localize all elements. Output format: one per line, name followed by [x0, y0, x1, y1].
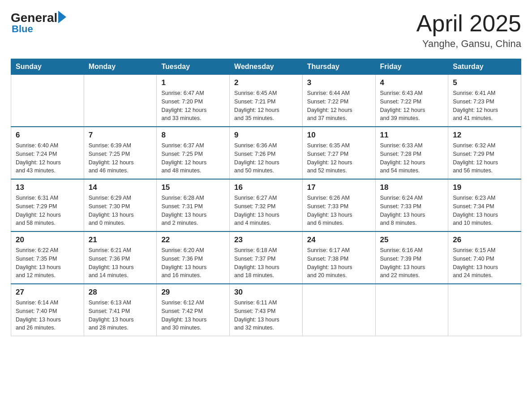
day-info: Sunrise: 6:20 AM Sunset: 7:36 PM Dayligh…	[161, 246, 225, 280]
calendar-cell: 4Sunrise: 6:43 AM Sunset: 7:22 PM Daylig…	[375, 75, 448, 127]
day-info: Sunrise: 6:23 AM Sunset: 7:34 PM Dayligh…	[453, 194, 516, 227]
calendar-cell: 25Sunrise: 6:16 AM Sunset: 7:39 PM Dayli…	[375, 231, 448, 284]
calendar-cell: 21Sunrise: 6:21 AM Sunset: 7:36 PM Dayli…	[84, 231, 157, 284]
weekday-header-thursday: Thursday	[302, 59, 375, 75]
calendar-cell: 18Sunrise: 6:24 AM Sunset: 7:33 PM Dayli…	[375, 179, 448, 231]
calendar-cell: 2Sunrise: 6:45 AM Sunset: 7:21 PM Daylig…	[230, 75, 303, 127]
day-info: Sunrise: 6:18 AM Sunset: 7:37 PM Dayligh…	[234, 246, 298, 280]
day-info: Sunrise: 6:43 AM Sunset: 7:22 PM Dayligh…	[380, 89, 444, 123]
day-number: 3	[307, 78, 371, 87]
calendar-cell: 9Sunrise: 6:36 AM Sunset: 7:26 PM Daylig…	[230, 127, 303, 179]
logo-arrow-icon	[58, 11, 66, 23]
calendar-cell: 5Sunrise: 6:41 AM Sunset: 7:23 PM Daylig…	[448, 75, 521, 127]
calendar-cell: 12Sunrise: 6:32 AM Sunset: 7:29 PM Dayli…	[448, 127, 521, 179]
calendar-cell: 7Sunrise: 6:39 AM Sunset: 7:25 PM Daylig…	[84, 127, 157, 179]
weekday-header-monday: Monday	[84, 59, 157, 75]
day-info: Sunrise: 6:35 AM Sunset: 7:27 PM Dayligh…	[307, 141, 371, 175]
calendar-cell: 26Sunrise: 6:15 AM Sunset: 7:40 PM Dayli…	[448, 231, 521, 284]
day-number: 17	[307, 183, 371, 192]
day-info: Sunrise: 6:22 AM Sunset: 7:35 PM Dayligh…	[16, 246, 79, 280]
day-number: 4	[380, 78, 444, 87]
day-info: Sunrise: 6:16 AM Sunset: 7:39 PM Dayligh…	[380, 246, 444, 280]
calendar-table: SundayMondayTuesdayWednesdayThursdayFrid…	[11, 59, 521, 336]
day-info: Sunrise: 6:39 AM Sunset: 7:25 PM Dayligh…	[89, 141, 152, 175]
day-info: Sunrise: 6:13 AM Sunset: 7:41 PM Dayligh…	[89, 299, 152, 332]
calendar-cell	[84, 75, 157, 127]
day-number: 15	[161, 183, 225, 192]
day-info: Sunrise: 6:21 AM Sunset: 7:36 PM Dayligh…	[89, 246, 152, 280]
logo-blue: Blue	[12, 23, 33, 35]
day-info: Sunrise: 6:26 AM Sunset: 7:33 PM Dayligh…	[307, 194, 371, 227]
day-info: Sunrise: 6:24 AM Sunset: 7:33 PM Dayligh…	[380, 194, 444, 227]
day-number: 6	[16, 131, 79, 140]
weekday-header-wednesday: Wednesday	[230, 59, 303, 75]
day-info: Sunrise: 6:47 AM Sunset: 7:20 PM Dayligh…	[161, 89, 225, 123]
day-info: Sunrise: 6:29 AM Sunset: 7:30 PM Dayligh…	[89, 194, 152, 227]
day-info: Sunrise: 6:36 AM Sunset: 7:26 PM Dayligh…	[234, 141, 298, 175]
day-number: 16	[234, 183, 298, 192]
calendar-cell: 27Sunrise: 6:14 AM Sunset: 7:40 PM Dayli…	[11, 284, 84, 336]
day-number: 14	[89, 183, 152, 192]
calendar-cell: 10Sunrise: 6:35 AM Sunset: 7:27 PM Dayli…	[302, 127, 375, 179]
day-number: 29	[161, 288, 225, 297]
day-number: 8	[161, 131, 225, 140]
day-number: 11	[380, 131, 444, 140]
title-block: April 2025 Yanghe, Gansu, China	[416, 11, 521, 50]
day-info: Sunrise: 6:33 AM Sunset: 7:28 PM Dayligh…	[380, 141, 444, 175]
calendar-cell: 1Sunrise: 6:47 AM Sunset: 7:20 PM Daylig…	[157, 75, 230, 127]
calendar-cell: 11Sunrise: 6:33 AM Sunset: 7:28 PM Dayli…	[375, 127, 448, 179]
calendar-cell: 22Sunrise: 6:20 AM Sunset: 7:36 PM Dayli…	[157, 231, 230, 284]
day-number: 26	[453, 235, 516, 244]
day-info: Sunrise: 6:41 AM Sunset: 7:23 PM Dayligh…	[453, 89, 516, 123]
day-number: 30	[234, 288, 298, 297]
calendar-cell: 29Sunrise: 6:12 AM Sunset: 7:42 PM Dayli…	[157, 284, 230, 336]
day-info: Sunrise: 6:31 AM Sunset: 7:29 PM Dayligh…	[16, 194, 79, 227]
calendar-cell: 3Sunrise: 6:44 AM Sunset: 7:22 PM Daylig…	[302, 75, 375, 127]
day-number: 2	[234, 78, 298, 87]
day-info: Sunrise: 6:40 AM Sunset: 7:24 PM Dayligh…	[16, 141, 79, 175]
calendar-week-row: 13Sunrise: 6:31 AM Sunset: 7:29 PM Dayli…	[11, 179, 521, 231]
day-info: Sunrise: 6:44 AM Sunset: 7:22 PM Dayligh…	[307, 89, 371, 123]
day-number: 23	[234, 235, 298, 244]
calendar-cell	[448, 284, 521, 336]
day-info: Sunrise: 6:14 AM Sunset: 7:40 PM Dayligh…	[16, 299, 79, 332]
day-number: 12	[453, 131, 516, 140]
calendar-cell: 24Sunrise: 6:17 AM Sunset: 7:38 PM Dayli…	[302, 231, 375, 284]
day-info: Sunrise: 6:32 AM Sunset: 7:29 PM Dayligh…	[453, 141, 516, 175]
day-number: 22	[161, 235, 225, 244]
day-number: 7	[89, 131, 152, 140]
calendar-cell: 16Sunrise: 6:27 AM Sunset: 7:32 PM Dayli…	[230, 179, 303, 231]
calendar-week-row: 6Sunrise: 6:40 AM Sunset: 7:24 PM Daylig…	[11, 127, 521, 179]
calendar-cell: 14Sunrise: 6:29 AM Sunset: 7:30 PM Dayli…	[84, 179, 157, 231]
calendar-cell: 6Sunrise: 6:40 AM Sunset: 7:24 PM Daylig…	[11, 127, 84, 179]
day-number: 10	[307, 131, 371, 140]
day-info: Sunrise: 6:28 AM Sunset: 7:31 PM Dayligh…	[161, 194, 225, 227]
calendar-cell	[302, 284, 375, 336]
page-header: General Blue April 2025 Yanghe, Gansu, C…	[11, 11, 521, 50]
day-number: 1	[161, 78, 225, 87]
calendar-subtitle: Yanghe, Gansu, China	[416, 38, 521, 50]
day-number: 21	[89, 235, 152, 244]
day-info: Sunrise: 6:17 AM Sunset: 7:38 PM Dayligh…	[307, 246, 371, 280]
day-number: 9	[234, 131, 298, 140]
day-info: Sunrise: 6:11 AM Sunset: 7:43 PM Dayligh…	[234, 299, 298, 332]
day-info: Sunrise: 6:37 AM Sunset: 7:25 PM Dayligh…	[161, 141, 225, 175]
logo: General Blue	[11, 11, 66, 35]
day-number: 28	[89, 288, 152, 297]
day-number: 24	[307, 235, 371, 244]
day-info: Sunrise: 6:27 AM Sunset: 7:32 PM Dayligh…	[234, 194, 298, 227]
day-number: 5	[453, 78, 516, 87]
calendar-cell: 28Sunrise: 6:13 AM Sunset: 7:41 PM Dayli…	[84, 284, 157, 336]
day-info: Sunrise: 6:12 AM Sunset: 7:42 PM Dayligh…	[161, 299, 225, 332]
weekday-header-row: SundayMondayTuesdayWednesdayThursdayFrid…	[11, 59, 521, 75]
weekday-header-sunday: Sunday	[11, 59, 84, 75]
weekday-header-saturday: Saturday	[448, 59, 521, 75]
calendar-cell: 19Sunrise: 6:23 AM Sunset: 7:34 PM Dayli…	[448, 179, 521, 231]
calendar-cell: 15Sunrise: 6:28 AM Sunset: 7:31 PM Dayli…	[157, 179, 230, 231]
weekday-header-tuesday: Tuesday	[157, 59, 230, 75]
day-number: 19	[453, 183, 516, 192]
day-info: Sunrise: 6:45 AM Sunset: 7:21 PM Dayligh…	[234, 89, 298, 123]
calendar-week-row: 27Sunrise: 6:14 AM Sunset: 7:40 PM Dayli…	[11, 284, 521, 336]
calendar-title: April 2025	[416, 11, 521, 36]
calendar-cell: 30Sunrise: 6:11 AM Sunset: 7:43 PM Dayli…	[230, 284, 303, 336]
